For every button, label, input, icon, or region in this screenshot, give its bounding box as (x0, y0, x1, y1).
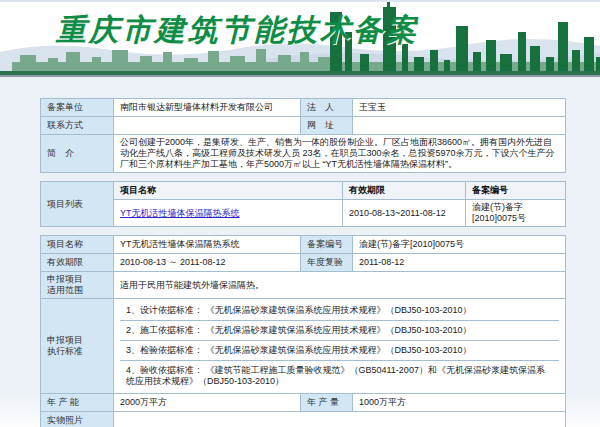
annual-output-label: 年 产 量 (301, 394, 353, 412)
annual-review-label: 年度复验 (301, 254, 353, 272)
standard-item: 1、设计依据标准： 《无机保温砂浆建筑保温系统应用技术规程》（DBJ50-103… (120, 301, 559, 321)
contact-label: 联系方式 (41, 117, 114, 135)
table-row: 简 介 公司创建于2000年，是集研发、生产、销售为一体的股份制企业。厂区占地面… (41, 135, 566, 173)
annual-review-value: 2011-08-12 (353, 254, 566, 272)
header-banner: 重庆市建筑节能技术备案 (0, 0, 600, 75)
project-detail-table: 项目名称 YT无机活性墙体保温隔热系统 备案编号 渝建(节)备字[2010]00… (40, 235, 566, 427)
table-row: 项目名称 YT无机活性墙体保温隔热系统 备案编号 渝建(节)备字[2010]00… (41, 236, 566, 254)
table-row: 有效期限 2010-08-13 ～ 2011-08-12 年度复验 2011-0… (41, 254, 566, 272)
filing-unit-value: 南阳市银达新型墙体材料开发有限公司 (114, 99, 301, 117)
company-info-table: 备案单位 南阳市银达新型墙体材料开发有限公司 法 人 王宝玉 联系方式 网 址 … (40, 98, 566, 173)
legal-person-value: 王宝玉 (353, 99, 566, 117)
content-area: 备案单位 南阳市银达新型墙体材料开发有限公司 法 人 王宝玉 联系方式 网 址 … (0, 75, 600, 425)
filing-unit-label: 备案单位 (41, 99, 114, 117)
project-name-value: YT无机活性墙体保温隔热系统 (114, 236, 301, 254)
valid-period-label: 有效期限 (41, 254, 114, 272)
intro-label: 简 介 (41, 135, 114, 173)
contact-value (114, 117, 301, 135)
photo-label: 实物照片 (41, 412, 114, 427)
photo-value (114, 412, 566, 427)
project-name-link[interactable]: YT无机活性墙体保温隔热系统 (120, 208, 240, 218)
scope-value: 适用于民用节能建筑外墙保温隔热。 (114, 272, 566, 299)
column-header-project-name: 项目名称 (114, 182, 343, 200)
project-list-label: 项目列表 (41, 182, 114, 227)
project-name-cell: YT无机活性墙体保温隔热系统 (114, 200, 343, 227)
table-row: 项目列表 项目名称 有效期限 备案编号 (41, 182, 566, 200)
intro-value: 公司创建于2000年，是集研发、生产、销售为一体的股份制企业。厂区占地面积386… (114, 135, 566, 173)
standards-list: 1、设计依据标准： 《无机保温砂浆建筑保温系统应用技术规程》（DBJ50-103… (114, 299, 566, 394)
valid-period-value: 2010-08-13 ～ 2011-08-12 (114, 254, 301, 272)
table-row: 年 产 能 2000万平方 年 产 量 1000万平方 (41, 394, 566, 412)
standard-item: 4、验收依据标准： 《建筑节能工程施工质量验收规范》（GB50411-2007）… (120, 361, 559, 391)
filing-number-label: 备案编号 (301, 236, 353, 254)
legal-person-label: 法 人 (301, 99, 353, 117)
website-label: 网 址 (301, 117, 353, 135)
project-list-table: 项目列表 项目名称 有效期限 备案编号 YT无机活性墙体保温隔热系统 2010-… (40, 181, 566, 227)
table-row: 实物照片 (41, 412, 566, 427)
table-row: 申报项目 执行标准 1、设计依据标准： 《无机保温砂浆建筑保温系统应用技术规程》… (41, 299, 566, 394)
website-value (353, 117, 566, 135)
project-number-cell: 渝建(节)备字[2010]0075号 (466, 200, 566, 227)
table-row: 联系方式 网 址 (41, 117, 566, 135)
project-period-cell: 2010-08-13~2011-08-12 (343, 200, 466, 227)
scope-label: 申报项目 适用范围 (41, 272, 114, 299)
filing-number-value: 渝建(节)备字[2010]0075号 (353, 236, 566, 254)
standard-item: 3、检验依据标准： 《无机保温砂浆建筑保温系统应用技术规程》（DBJ50-103… (120, 341, 559, 361)
page: 重庆市建筑节能技术备案 备案单位 南阳市银达新型墙体材料开发有限公司 法 人 王… (0, 0, 600, 427)
annual-capacity-label: 年 产 能 (41, 394, 114, 412)
table-row: 备案单位 南阳市银达新型墙体材料开发有限公司 法 人 王宝玉 (41, 99, 566, 117)
annual-capacity-value: 2000万平方 (114, 394, 301, 412)
table-row: 申报项目 适用范围 适用于民用节能建筑外墙保温隔热。 (41, 272, 566, 299)
column-header-filing-number: 备案编号 (466, 182, 566, 200)
page-title: 重庆市建筑节能技术备案 (56, 10, 419, 51)
annual-output-value: 1000万平方 (353, 394, 566, 412)
column-header-valid-period: 有效期限 (343, 182, 466, 200)
standards-label: 申报项目 执行标准 (41, 299, 114, 394)
standard-item: 2、施工依据标准： 《无机保温砂浆建筑保温系统应用技术规程》（DBJ50-103… (120, 321, 559, 341)
table-row: YT无机活性墙体保温隔热系统 2010-08-13~2011-08-12 渝建(… (41, 200, 566, 227)
project-name-label: 项目名称 (41, 236, 114, 254)
